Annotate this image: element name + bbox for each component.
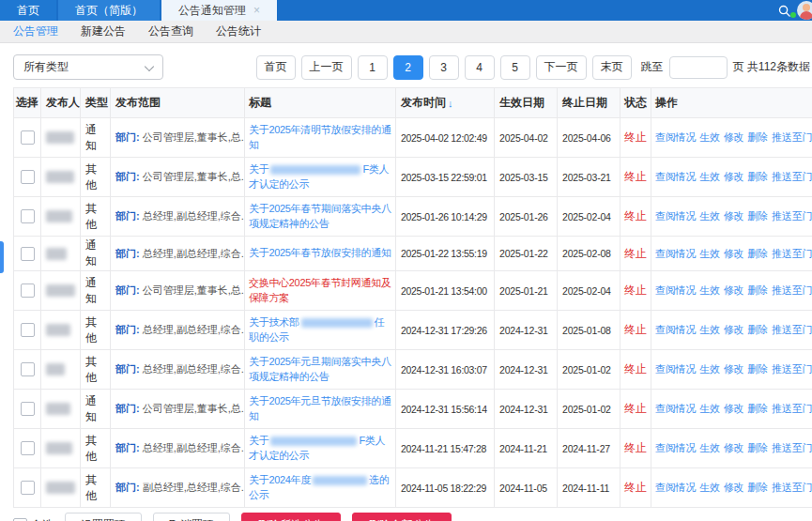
action-link[interactable]: 修改 (724, 130, 744, 145)
announcement-title-link[interactable]: 关于2025年春节期间落实中央八项规定精神的公告 (249, 197, 391, 236)
nav-announcement-manage[interactable]: 公告管理 (13, 23, 58, 39)
action-link[interactable]: 删除 (747, 402, 768, 416)
nav-announcement-stats[interactable]: 公告统计 (216, 23, 261, 39)
action-link[interactable]: 生效 (699, 170, 720, 184)
action-link[interactable]: 生效 (699, 247, 720, 261)
action-link[interactable]: 修改 (724, 402, 744, 416)
action-link[interactable]: 删除 (747, 323, 768, 337)
action-link[interactable]: 查阅情况 (655, 441, 696, 455)
close-icon[interactable]: × (253, 5, 260, 16)
action-link[interactable]: 修改 (724, 323, 744, 337)
tab-home-simple[interactable]: 首页（简版） (58, 0, 160, 21)
action-link[interactable]: 生效 (699, 441, 720, 455)
action-link[interactable]: 查阅情况 (655, 402, 696, 416)
action-link[interactable]: 删除 (747, 481, 768, 495)
set-top-button[interactable]: 设置置顶 (65, 513, 142, 521)
page-first-button[interactable]: 首页 (256, 55, 296, 80)
page-next-button[interactable]: 下一页 (536, 55, 587, 80)
announcement-title-link[interactable]: 关于2025年元旦期间落实中央八项规定精神的公告 (249, 350, 391, 389)
action-link[interactable]: 修改 (724, 283, 744, 298)
action-link[interactable]: 查阅情况 (655, 323, 696, 337)
announcement-title-link[interactable]: 关于技术部任职的公示 (249, 311, 391, 349)
action-link[interactable]: 推送至门户 (772, 323, 812, 337)
action-link[interactable]: 生效 (699, 323, 720, 337)
action-link[interactable]: 修改 (724, 209, 744, 223)
action-link[interactable]: 删除 (747, 441, 768, 455)
action-link[interactable]: 修改 (724, 170, 744, 184)
announcement-title-link[interactable]: 关于2024年度选的公示 (249, 468, 391, 507)
action-link[interactable]: 删除 (747, 283, 768, 298)
action-link[interactable]: 删除 (747, 130, 768, 145)
page-prev-button[interactable]: 上一页 (301, 55, 352, 80)
action-link[interactable]: 生效 (699, 481, 720, 495)
status-badge: 终止 (620, 197, 651, 236)
action-link[interactable]: 生效 (699, 130, 720, 145)
action-link[interactable]: 生效 (699, 283, 720, 298)
action-link[interactable]: 推送至门户 (772, 402, 812, 416)
action-link[interactable]: 修改 (724, 481, 744, 495)
row-checkbox[interactable] (21, 441, 35, 455)
action-link[interactable]: 推送至门户 (772, 130, 812, 145)
type-filter-select[interactable]: 所有类型 (13, 54, 163, 80)
select-all-checkbox[interactable] (13, 518, 27, 521)
header-publish-time[interactable]: 发布时间 ↓ (396, 88, 495, 117)
search-icon[interactable] (777, 4, 791, 18)
action-link[interactable]: 删除 (747, 209, 768, 223)
row-checkbox[interactable] (21, 209, 35, 223)
action-link[interactable]: 推送至门户 (772, 481, 812, 495)
action-link[interactable]: 修改 (724, 441, 744, 455)
row-checkbox[interactable] (21, 481, 35, 495)
user-avatar[interactable] (797, 1, 812, 20)
announcement-title-link[interactable]: 关于2025年清明节放假安排的通知 (249, 118, 391, 157)
action-link[interactable]: 查阅情况 (655, 247, 696, 261)
action-link[interactable]: 生效 (699, 362, 720, 376)
page-5-button[interactable]: 5 (500, 55, 530, 80)
action-link[interactable]: 删除 (747, 170, 768, 184)
announcement-title-link[interactable]: 关于2025年春节放假安排的通知 (249, 241, 391, 266)
action-link[interactable]: 删除 (747, 362, 768, 376)
tab-home[interactable]: 首页 (0, 0, 56, 21)
nav-announcement-query[interactable]: 公告查询 (148, 23, 193, 39)
row-checkbox[interactable] (21, 283, 35, 298)
row-checkbox[interactable] (21, 323, 35, 337)
delete-selected-button[interactable]: 删除所选公告 (241, 513, 341, 521)
action-link[interactable]: 生效 (699, 402, 720, 416)
action-link[interactable]: 查阅情况 (655, 481, 696, 495)
action-link[interactable]: 查阅情况 (655, 130, 696, 145)
announcement-title-link[interactable]: 关于2025年元旦节放假安排的通知 (249, 390, 391, 428)
tab-announcement-management[interactable]: 公告通知管理 × (161, 0, 277, 21)
page-last-button[interactable]: 末页 (592, 55, 632, 80)
sidebar-expand-handle[interactable] (0, 241, 4, 273)
row-checkbox[interactable] (21, 362, 35, 376)
action-link[interactable]: 生效 (699, 209, 720, 223)
announcement-title-link[interactable]: 关于F类人才认定的公示 (249, 429, 391, 467)
action-link[interactable]: 推送至门户 (772, 247, 812, 261)
action-link[interactable]: 修改 (724, 362, 744, 376)
action-link[interactable]: 查阅情况 (655, 283, 696, 298)
action-link[interactable]: 推送至门户 (772, 209, 812, 223)
page-4-button[interactable]: 4 (465, 55, 495, 80)
row-checkbox[interactable] (21, 247, 35, 261)
jump-page-input[interactable] (669, 56, 728, 79)
page-1-button[interactable]: 1 (358, 55, 388, 80)
action-link[interactable]: 查阅情况 (655, 362, 696, 376)
cancel-top-button[interactable]: 取消置顶 (153, 513, 230, 521)
action-link[interactable]: 修改 (724, 247, 744, 261)
announcement-title-link[interactable]: 关于F类人才认定的公示 (249, 158, 391, 196)
nav-new-announcement[interactable]: 新建公告 (81, 23, 126, 39)
delete-all-button[interactable]: 删除全部公告 (352, 513, 452, 521)
row-checkbox[interactable] (21, 170, 35, 184)
action-link[interactable]: 推送至门户 (772, 283, 812, 298)
select-all[interactable]: 全选 (13, 517, 54, 521)
action-link[interactable]: 推送至门户 (772, 170, 812, 184)
row-checkbox[interactable] (21, 402, 35, 416)
action-link[interactable]: 推送至门户 (772, 441, 812, 455)
page-2-button-active[interactable]: 2 (393, 55, 423, 80)
action-link[interactable]: 删除 (747, 247, 768, 261)
announcement-title-link[interactable]: 交换中心2025年春节封网通知及保障方案 (249, 271, 391, 310)
action-link[interactable]: 查阅情况 (655, 209, 696, 223)
action-link[interactable]: 推送至门户 (772, 362, 812, 376)
row-checkbox[interactable] (21, 130, 35, 145)
page-3-button[interactable]: 3 (429, 55, 459, 80)
action-link[interactable]: 查阅情况 (655, 170, 696, 184)
